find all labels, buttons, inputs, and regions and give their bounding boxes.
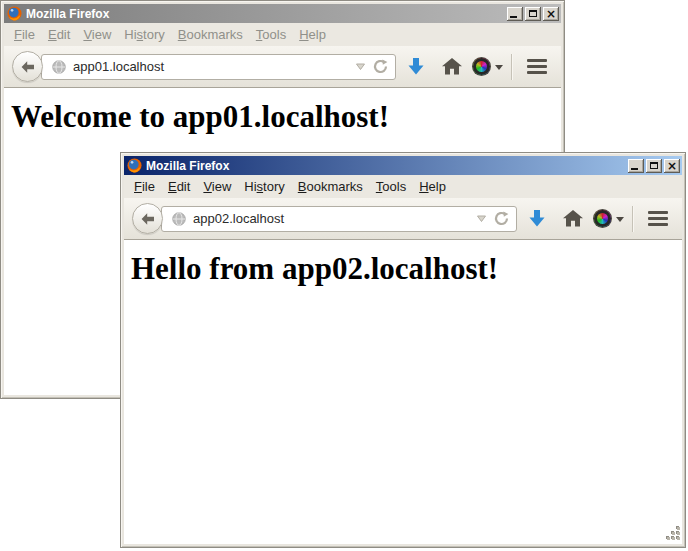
resize-grip[interactable] <box>665 527 680 542</box>
chevron-down-icon <box>495 65 503 70</box>
url-text[interactable]: app02.localhost <box>193 211 469 226</box>
menu-help[interactable]: Help <box>299 27 326 42</box>
firefox-app-icon <box>127 158 142 173</box>
maximize-icon <box>529 10 537 17</box>
back-arrow-icon <box>20 59 36 75</box>
hamburger-icon <box>527 59 547 74</box>
menu-bookmarks[interactable]: Bookmarks <box>178 27 243 42</box>
back-button[interactable] <box>132 203 163 234</box>
hamburger-menu-button[interactable] <box>520 51 553 82</box>
maximize-button[interactable] <box>646 159 662 173</box>
toolbar-separator <box>511 54 512 80</box>
urlbar-dropdown-icon[interactable] <box>476 214 487 223</box>
home-button[interactable] <box>435 51 468 82</box>
page-heading: Hello from app02.localhost! <box>131 251 682 287</box>
download-button[interactable] <box>399 51 432 82</box>
reload-icon[interactable] <box>373 59 388 74</box>
reload-icon[interactable] <box>494 211 509 226</box>
menu-help[interactable]: Help <box>419 179 446 194</box>
chevron-down-icon <box>616 217 624 222</box>
hamburger-menu-button[interactable] <box>641 203 674 234</box>
menu-bookmarks[interactable]: Bookmarks <box>298 179 363 194</box>
menubar: File Edit View History Bookmarks Tools H… <box>124 175 682 198</box>
extension-menu-button[interactable] <box>471 51 504 82</box>
window-controls: × <box>628 159 680 173</box>
color-wheel-icon <box>594 210 611 227</box>
minimize-icon <box>510 16 517 18</box>
globe-icon <box>172 212 186 226</box>
back-arrow-icon <box>140 211 156 227</box>
menu-tools[interactable]: Tools <box>376 179 406 194</box>
download-button[interactable] <box>520 203 553 234</box>
page-content: Hello from app02.localhost! <box>124 240 682 544</box>
window-title: Mozilla Firefox <box>26 7 503 21</box>
home-icon <box>442 58 462 75</box>
minimize-icon <box>631 168 638 170</box>
home-icon <box>563 210 583 227</box>
close-button[interactable]: × <box>543 7 559 21</box>
color-wheel-icon <box>473 58 490 75</box>
url-bar[interactable]: app02.localhost <box>161 206 517 232</box>
url-text[interactable]: app01.localhost <box>73 59 348 74</box>
window-controls: × <box>507 7 559 21</box>
navigation-toolbar: app02.localhost <box>124 198 682 240</box>
menu-history[interactable]: History <box>244 179 284 194</box>
maximize-button[interactable] <box>525 7 541 21</box>
menu-tools[interactable]: Tools <box>256 27 286 42</box>
menu-history[interactable]: History <box>124 27 164 42</box>
titlebar[interactable]: Mozilla Firefox × <box>4 4 561 23</box>
navigation-toolbar: app01.localhost <box>4 46 561 88</box>
menu-file[interactable]: File <box>14 27 35 42</box>
menu-file[interactable]: File <box>134 179 155 194</box>
firefox-app-icon <box>7 6 22 21</box>
globe-icon <box>52 60 66 74</box>
page-heading: Welcome to app01.localhost! <box>11 99 561 135</box>
maximize-icon <box>650 162 658 169</box>
menu-edit[interactable]: Edit <box>48 27 70 42</box>
minimize-button[interactable] <box>628 159 644 173</box>
download-arrow-icon <box>528 209 546 228</box>
titlebar[interactable]: Mozilla Firefox × <box>124 156 682 175</box>
menu-view[interactable]: View <box>83 27 111 42</box>
menu-edit[interactable]: Edit <box>168 179 190 194</box>
back-button[interactable] <box>12 51 43 82</box>
url-bar[interactable]: app01.localhost <box>41 54 396 80</box>
close-icon: × <box>667 161 677 171</box>
minimize-button[interactable] <box>507 7 523 21</box>
firefox-window-app02: Mozilla Firefox × File Edit View History… <box>120 152 686 548</box>
menu-view[interactable]: View <box>203 179 231 194</box>
extension-menu-button[interactable] <box>592 203 625 234</box>
hamburger-icon <box>648 211 668 226</box>
close-icon: × <box>546 9 556 19</box>
close-button[interactable]: × <box>664 159 680 173</box>
menubar: File Edit View History Bookmarks Tools H… <box>4 23 561 46</box>
urlbar-dropdown-icon[interactable] <box>355 62 366 71</box>
toolbar-separator <box>632 206 633 232</box>
download-arrow-icon <box>407 57 425 76</box>
window-title: Mozilla Firefox <box>146 159 624 173</box>
home-button[interactable] <box>556 203 589 234</box>
